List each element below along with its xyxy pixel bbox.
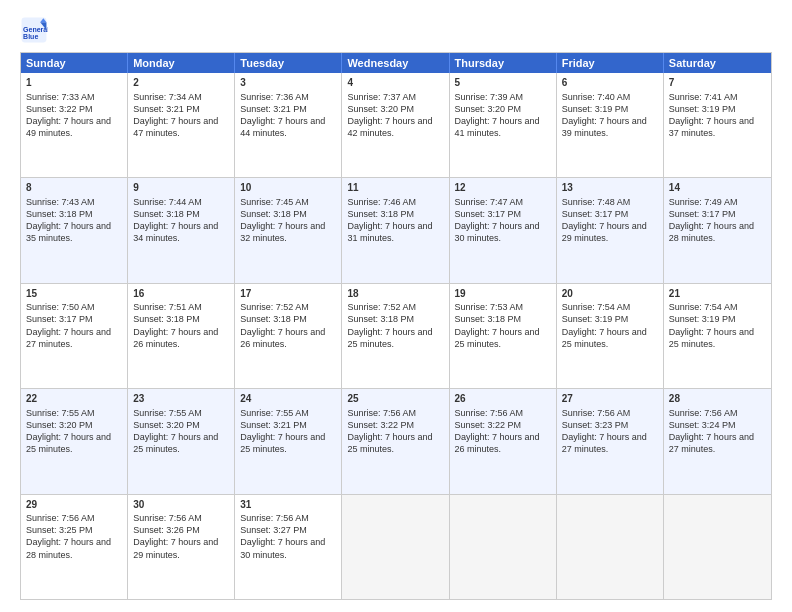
- day-number: 27: [562, 392, 658, 406]
- header-cell-thursday: Thursday: [450, 53, 557, 73]
- day-number: 7: [669, 76, 766, 90]
- sunset: Sunset: 3:18 PM: [133, 209, 200, 219]
- sunset: Sunset: 3:21 PM: [240, 104, 307, 114]
- sunset: Sunset: 3:19 PM: [669, 104, 736, 114]
- sunrise: Sunrise: 7:56 AM: [240, 513, 309, 523]
- daylight: Daylight: 7 hours and 25 minutes.: [347, 327, 432, 349]
- header-cell-saturday: Saturday: [664, 53, 771, 73]
- calendar-row-2: 8Sunrise: 7:43 AMSunset: 3:18 PMDaylight…: [21, 177, 771, 282]
- sunrise: Sunrise: 7:37 AM: [347, 92, 416, 102]
- sunset: Sunset: 3:17 PM: [669, 209, 736, 219]
- daylight: Daylight: 7 hours and 37 minutes.: [669, 116, 754, 138]
- calendar-header: SundayMondayTuesdayWednesdayThursdayFrid…: [21, 53, 771, 73]
- sunset: Sunset: 3:20 PM: [455, 104, 522, 114]
- sunset: Sunset: 3:27 PM: [240, 525, 307, 535]
- day-cell-29: 29Sunrise: 7:56 AMSunset: 3:25 PMDayligh…: [21, 495, 128, 599]
- day-cell-10: 10Sunrise: 7:45 AMSunset: 3:18 PMDayligh…: [235, 178, 342, 282]
- day-number: 4: [347, 76, 443, 90]
- daylight: Daylight: 7 hours and 47 minutes.: [133, 116, 218, 138]
- sunset: Sunset: 3:18 PM: [240, 314, 307, 324]
- calendar-row-1: 1Sunrise: 7:33 AMSunset: 3:22 PMDaylight…: [21, 73, 771, 177]
- logo: General Blue: [20, 16, 52, 44]
- sunset: Sunset: 3:23 PM: [562, 420, 629, 430]
- empty-cell: [664, 495, 771, 599]
- day-number: 18: [347, 287, 443, 301]
- day-cell-2: 2Sunrise: 7:34 AMSunset: 3:21 PMDaylight…: [128, 73, 235, 177]
- day-cell-21: 21Sunrise: 7:54 AMSunset: 3:19 PMDayligh…: [664, 284, 771, 388]
- daylight: Daylight: 7 hours and 25 minutes.: [562, 327, 647, 349]
- header-cell-friday: Friday: [557, 53, 664, 73]
- day-number: 23: [133, 392, 229, 406]
- calendar: SundayMondayTuesdayWednesdayThursdayFrid…: [20, 52, 772, 600]
- daylight: Daylight: 7 hours and 32 minutes.: [240, 221, 325, 243]
- day-cell-30: 30Sunrise: 7:56 AMSunset: 3:26 PMDayligh…: [128, 495, 235, 599]
- day-number: 10: [240, 181, 336, 195]
- sunset: Sunset: 3:19 PM: [562, 104, 629, 114]
- daylight: Daylight: 7 hours and 39 minutes.: [562, 116, 647, 138]
- daylight: Daylight: 7 hours and 27 minutes.: [26, 327, 111, 349]
- sunrise: Sunrise: 7:52 AM: [347, 302, 416, 312]
- sunrise: Sunrise: 7:41 AM: [669, 92, 738, 102]
- sunrise: Sunrise: 7:54 AM: [562, 302, 631, 312]
- day-number: 31: [240, 498, 336, 512]
- day-number: 30: [133, 498, 229, 512]
- sunrise: Sunrise: 7:56 AM: [562, 408, 631, 418]
- daylight: Daylight: 7 hours and 30 minutes.: [240, 537, 325, 559]
- sunrise: Sunrise: 7:56 AM: [455, 408, 524, 418]
- empty-cell: [450, 495, 557, 599]
- day-cell-23: 23Sunrise: 7:55 AMSunset: 3:20 PMDayligh…: [128, 389, 235, 493]
- sunrise: Sunrise: 7:53 AM: [455, 302, 524, 312]
- empty-cell: [557, 495, 664, 599]
- sunrise: Sunrise: 7:54 AM: [669, 302, 738, 312]
- daylight: Daylight: 7 hours and 29 minutes.: [562, 221, 647, 243]
- day-cell-13: 13Sunrise: 7:48 AMSunset: 3:17 PMDayligh…: [557, 178, 664, 282]
- sunset: Sunset: 3:22 PM: [455, 420, 522, 430]
- daylight: Daylight: 7 hours and 25 minutes.: [347, 432, 432, 454]
- sunset: Sunset: 3:18 PM: [240, 209, 307, 219]
- day-cell-19: 19Sunrise: 7:53 AMSunset: 3:18 PMDayligh…: [450, 284, 557, 388]
- sunrise: Sunrise: 7:48 AM: [562, 197, 631, 207]
- day-cell-6: 6Sunrise: 7:40 AMSunset: 3:19 PMDaylight…: [557, 73, 664, 177]
- sunset: Sunset: 3:18 PM: [133, 314, 200, 324]
- daylight: Daylight: 7 hours and 29 minutes.: [133, 537, 218, 559]
- day-number: 11: [347, 181, 443, 195]
- daylight: Daylight: 7 hours and 25 minutes.: [455, 327, 540, 349]
- day-cell-9: 9Sunrise: 7:44 AMSunset: 3:18 PMDaylight…: [128, 178, 235, 282]
- page: General Blue SundayMondayTuesdayWednesda…: [0, 0, 792, 612]
- sunrise: Sunrise: 7:34 AM: [133, 92, 202, 102]
- day-cell-12: 12Sunrise: 7:47 AMSunset: 3:17 PMDayligh…: [450, 178, 557, 282]
- empty-cell: [342, 495, 449, 599]
- day-number: 6: [562, 76, 658, 90]
- sunrise: Sunrise: 7:52 AM: [240, 302, 309, 312]
- day-cell-14: 14Sunrise: 7:49 AMSunset: 3:17 PMDayligh…: [664, 178, 771, 282]
- sunrise: Sunrise: 7:55 AM: [133, 408, 202, 418]
- header-cell-wednesday: Wednesday: [342, 53, 449, 73]
- day-cell-24: 24Sunrise: 7:55 AMSunset: 3:21 PMDayligh…: [235, 389, 342, 493]
- day-number: 19: [455, 287, 551, 301]
- daylight: Daylight: 7 hours and 44 minutes.: [240, 116, 325, 138]
- daylight: Daylight: 7 hours and 49 minutes.: [26, 116, 111, 138]
- day-cell-8: 8Sunrise: 7:43 AMSunset: 3:18 PMDaylight…: [21, 178, 128, 282]
- sunrise: Sunrise: 7:44 AM: [133, 197, 202, 207]
- daylight: Daylight: 7 hours and 25 minutes.: [669, 327, 754, 349]
- sunrise: Sunrise: 7:56 AM: [347, 408, 416, 418]
- daylight: Daylight: 7 hours and 25 minutes.: [26, 432, 111, 454]
- day-number: 14: [669, 181, 766, 195]
- day-cell-4: 4Sunrise: 7:37 AMSunset: 3:20 PMDaylight…: [342, 73, 449, 177]
- sunrise: Sunrise: 7:56 AM: [669, 408, 738, 418]
- day-cell-26: 26Sunrise: 7:56 AMSunset: 3:22 PMDayligh…: [450, 389, 557, 493]
- sunset: Sunset: 3:24 PM: [669, 420, 736, 430]
- sunrise: Sunrise: 7:55 AM: [240, 408, 309, 418]
- day-cell-1: 1Sunrise: 7:33 AMSunset: 3:22 PMDaylight…: [21, 73, 128, 177]
- day-cell-11: 11Sunrise: 7:46 AMSunset: 3:18 PMDayligh…: [342, 178, 449, 282]
- day-number: 15: [26, 287, 122, 301]
- daylight: Daylight: 7 hours and 27 minutes.: [562, 432, 647, 454]
- day-number: 2: [133, 76, 229, 90]
- sunrise: Sunrise: 7:40 AM: [562, 92, 631, 102]
- day-number: 12: [455, 181, 551, 195]
- day-cell-3: 3Sunrise: 7:36 AMSunset: 3:21 PMDaylight…: [235, 73, 342, 177]
- day-number: 9: [133, 181, 229, 195]
- daylight: Daylight: 7 hours and 31 minutes.: [347, 221, 432, 243]
- daylight: Daylight: 7 hours and 30 minutes.: [455, 221, 540, 243]
- daylight: Daylight: 7 hours and 28 minutes.: [26, 537, 111, 559]
